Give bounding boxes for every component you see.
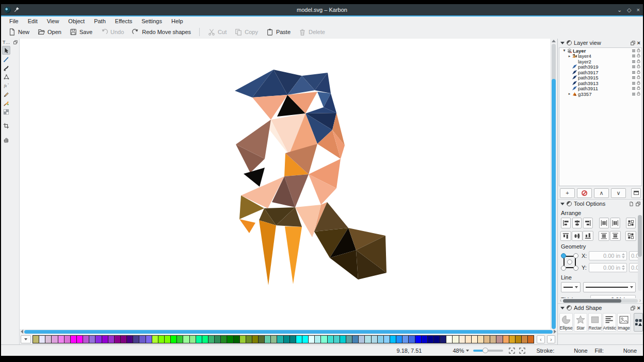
color-swatch[interactable] <box>102 336 108 343</box>
color-swatch[interactable] <box>133 336 139 343</box>
distribute-center-horizontal-button[interactable] <box>610 218 620 228</box>
color-swatch[interactable] <box>259 336 265 343</box>
artwork-polygon[interactable] <box>239 219 255 233</box>
artwork-polygon[interactable] <box>259 220 276 285</box>
new-button[interactable]: New <box>4 27 34 37</box>
color-swatch[interactable] <box>33 336 39 343</box>
scroll-thumb[interactable] <box>563 299 621 303</box>
add-star-button[interactable]: Star <box>574 313 587 332</box>
float-panel-button[interactable] <box>631 41 635 45</box>
save-button[interactable]: Save <box>66 27 96 37</box>
layer-lock-icon[interactable] <box>637 75 640 80</box>
color-swatch[interactable] <box>240 336 246 343</box>
color-swatch[interactable] <box>453 336 459 343</box>
y-position-field[interactable]: 0.00 in <box>589 263 627 272</box>
delete-button[interactable]: Delete <box>295 27 329 37</box>
color-swatch[interactable] <box>83 336 89 343</box>
paste-button[interactable]: Paste <box>262 27 295 37</box>
calligraphy-tool[interactable] <box>2 63 10 72</box>
scroll-left-icon[interactable]: ‹ <box>560 298 561 303</box>
color-swatch[interactable] <box>227 336 233 343</box>
layer-lock-icon[interactable] <box>637 53 640 59</box>
layer-visibility-icon[interactable] <box>632 48 636 54</box>
tool-options-scrollbar[interactable] <box>638 215 642 291</box>
color-swatch[interactable] <box>472 336 478 343</box>
canvas-horizontal-scrollbar[interactable] <box>20 329 557 334</box>
color-swatch[interactable] <box>390 336 396 343</box>
pencil-tool[interactable] <box>2 90 10 98</box>
layer-visibility-icon[interactable] <box>632 91 636 97</box>
cut-button[interactable]: Cut <box>204 27 231 37</box>
color-swatch[interactable] <box>252 336 259 343</box>
color-swatch[interactable] <box>428 336 434 343</box>
color-swatch[interactable] <box>446 336 453 343</box>
slider-thumb[interactable] <box>482 348 488 353</box>
spinner-arrows-icon[interactable] <box>622 253 625 258</box>
distribute-center-vertical-button[interactable] <box>610 231 621 241</box>
maximize-button[interactable]: ◇ <box>627 7 631 13</box>
artwork-polygon[interactable] <box>244 168 265 187</box>
line-cap-combobox[interactable] <box>561 282 581 292</box>
color-swatch[interactable] <box>39 336 45 343</box>
color-swatch[interactable] <box>359 336 365 343</box>
lower-layer-button[interactable]: ∨ <box>611 188 626 198</box>
collapse-panel-icon[interactable] <box>560 42 565 44</box>
color-swatch[interactable] <box>409 336 415 343</box>
float-panel-button[interactable] <box>636 202 640 206</box>
layer-row-layer2[interactable]: layer2 <box>559 59 641 64</box>
palette-prev-button[interactable]: ‹ <box>537 335 545 343</box>
color-swatch[interactable] <box>52 336 58 343</box>
color-swatch[interactable] <box>434 336 440 343</box>
menu-help[interactable]: Help <box>167 18 187 25</box>
close-button[interactable]: × <box>637 7 640 13</box>
line-style-combobox[interactable] <box>583 282 636 292</box>
color-swatch[interactable] <box>372 336 378 343</box>
artwork-polygon[interactable] <box>285 226 302 284</box>
layer-visibility-icon[interactable] <box>632 80 636 86</box>
scroll-right-icon[interactable] <box>554 330 556 334</box>
raise-layer-button[interactable]: ∧ <box>594 188 609 198</box>
color-swatch[interactable] <box>340 336 346 343</box>
color-swatch[interactable] <box>496 336 503 343</box>
color-swatch[interactable] <box>459 336 465 343</box>
color-swatch[interactable] <box>65 336 71 343</box>
color-swatch[interactable] <box>234 336 240 343</box>
layer-lock-icon[interactable] <box>637 70 640 75</box>
color-swatch[interactable] <box>146 336 152 343</box>
color-swatch[interactable] <box>415 336 422 343</box>
color-swatch[interactable] <box>183 336 189 343</box>
palette-dropdown-button[interactable] <box>21 335 31 343</box>
layer-view-mode-button[interactable] <box>631 188 641 198</box>
color-swatch[interactable] <box>265 336 271 343</box>
distribute-gaps-horizontal-button[interactable] <box>626 218 636 228</box>
color-swatch[interactable] <box>271 336 277 343</box>
menu-file[interactable]: File <box>5 18 23 25</box>
color-swatch[interactable] <box>422 336 428 343</box>
color-swatch[interactable] <box>171 336 177 343</box>
color-swatch[interactable] <box>165 336 171 343</box>
layer-visibility-icon[interactable] <box>632 64 636 70</box>
anchor-point-selector[interactable] <box>561 253 578 271</box>
color-swatch[interactable] <box>403 336 409 343</box>
menu-edit[interactable]: Edit <box>24 18 42 25</box>
color-swatch[interactable] <box>45 336 52 343</box>
distribute-top-button[interactable] <box>599 231 609 241</box>
canvas-vertical-scrollbar[interactable] <box>550 39 557 329</box>
freehand-path-tool[interactable] <box>2 55 10 63</box>
scroll-right-icon[interactable]: › <box>639 298 641 303</box>
add-artistic-text-button[interactable]: Artistic <box>603 313 616 332</box>
collapse-panel-icon[interactable] <box>560 203 565 205</box>
expander-icon[interactable]: ▸ <box>568 92 571 96</box>
align-center-horizontal-button[interactable] <box>572 218 582 228</box>
align-top-button[interactable] <box>560 231 571 241</box>
zoom-slider[interactable] <box>473 348 503 353</box>
color-swatch[interactable] <box>158 336 165 343</box>
thickness-field[interactable]: 0.01 in <box>590 295 636 298</box>
color-swatch[interactable] <box>334 336 340 343</box>
color-swatch[interactable] <box>108 336 115 343</box>
pattern-tool[interactable] <box>2 107 10 116</box>
brush-tool[interactable] <box>2 98 10 107</box>
zoom-level-dropdown[interactable]: 48% <box>453 348 469 354</box>
layer-row-path3911[interactable]: path3911 <box>559 86 641 92</box>
layer-row-layer4[interactable]: ▸ layer4 <box>559 54 641 59</box>
